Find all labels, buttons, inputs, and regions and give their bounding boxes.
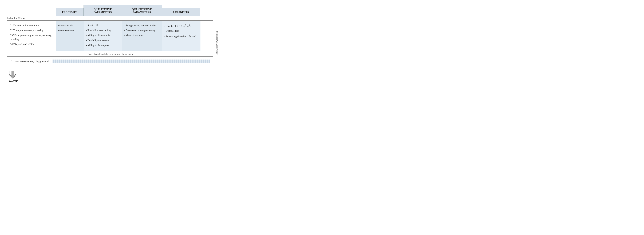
qual-disassemble: - Ability to disassemble [86,34,120,37]
d-row-pattern [52,60,210,63]
stage-c1: C1 De-constrution/demolition [10,24,54,27]
cell-stages: C1 De-constrution/demolition C2 Transpor… [7,21,56,51]
main-table: C1 De-constrution/demolition C2 Transpor… [7,20,213,51]
stage-c4: C4 Disposal, end of life [10,42,54,46]
header-quantitative: QUANTITATIVEPARAMETERS [122,5,162,16]
qual-durability: - Durability coherence [86,38,120,42]
header-lca: LCA INPUTS [162,8,200,16]
cell-lca: - Quantity (T, Kg, m2 m3) - Distance (km… [162,21,200,51]
lca-distance: - Distance (km) [164,29,198,33]
waste-label: WASTE [9,80,18,83]
cell-processes: waste scenario waste treatment [56,21,84,51]
qual-service-life: - Service life [86,24,120,27]
qual-decompose: - Ability to decompose [86,43,120,47]
quant-distance: - Distance to waste processing [124,28,160,32]
section-label: End of life C1-C4 [7,16,219,20]
process-waste-treatment: waste treatment [58,28,82,32]
qual-flexibility: - Flexibility, evolvability [86,28,120,32]
stage-c3: C3 Waste processing for re-use, recovery… [10,34,54,41]
header-qualitative: QUALITATIVEPARAMETERS [84,5,122,16]
quant-material: - Material amounts [124,34,160,37]
svg-rect-1 [12,71,14,75]
d-row: D Reuse, recovery, recycling potential [7,56,213,66]
header-row: PROCESSES QUALITATIVEPARAMETERS QUANTITA… [7,5,219,16]
outer-wrapper: C1 De-constrution/demolition C2 Transpor… [7,20,219,66]
lca-processing: - Processing time (h/m2 facade) [164,34,198,38]
d-row-label: D Reuse, recovery, recycling potential [10,60,49,63]
main-content: C1 De-constrution/demolition C2 Transpor… [7,20,213,66]
process-waste-scenario: waste scenario [58,24,82,27]
waste-arrow-icon [9,71,17,79]
stage-c2: C2 Transport to waste processing [10,28,54,32]
cell-quantitative: - Energy, water, waste materials - Dista… [122,21,162,51]
header-processes: PROCESSES [56,8,84,16]
waste-col: WASTE [9,71,18,83]
page-container: PROCESSES QUALITATIVEPARAMETERS QUANTITA… [7,5,219,83]
benefits-label: Benefits and loads beyond product bounda… [7,51,213,56]
waste-section: WASTE [7,71,219,83]
side-label-reuse: Reuse, recovery, recycling [214,20,219,66]
cell-qualitative: - Service life - Flexibility, evolvabili… [84,21,122,51]
lca-quantity: - Quantity (T, Kg, m2 m3) [164,24,198,28]
quant-energy: - Energy, water, waste materials [124,24,160,27]
